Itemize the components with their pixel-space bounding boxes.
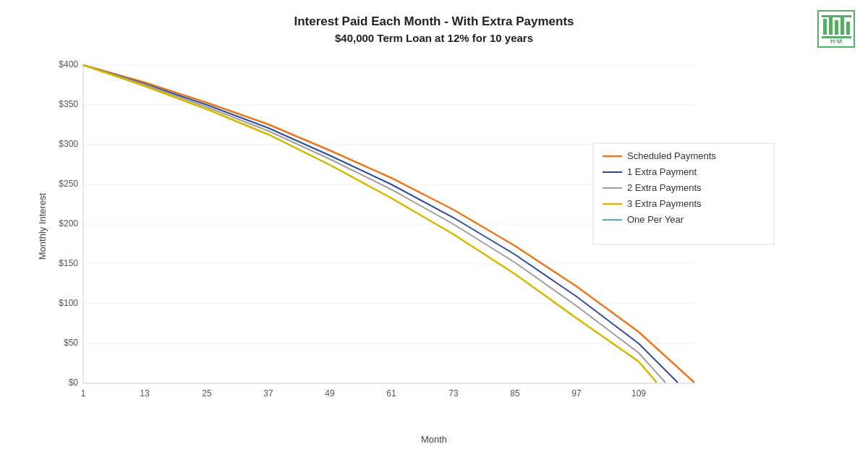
svg-text:1: 1: [81, 388, 86, 398]
svg-rect-2: [829, 16, 833, 35]
svg-text:25: 25: [202, 388, 212, 398]
svg-text:85: 85: [510, 388, 520, 398]
svg-rect-3: [835, 20, 838, 35]
svg-rect-4: [841, 17, 844, 35]
chart-title-line1: Interest Paid Each Month - With Extra Pa…: [0, 13, 868, 30]
svg-text:$400: $400: [59, 59, 78, 69]
chart-title: Interest Paid Each Month - With Extra Pa…: [0, 0, 868, 46]
svg-text:97: 97: [571, 388, 582, 398]
chart-svg: $0 $50 $100 $150 $200 $250 $300 $350 $40…: [43, 58, 825, 423]
svg-text:13: 13: [140, 388, 150, 398]
svg-text:One Per Year: One Per Year: [627, 214, 684, 225]
svg-rect-6: [822, 15, 851, 17]
svg-text:3 Extra Payments: 3 Extra Payments: [627, 198, 702, 209]
svg-text:$200: $200: [59, 218, 78, 229]
svg-text:$250: $250: [59, 179, 78, 189]
svg-text:37: 37: [263, 388, 273, 398]
chart-title-line2: $40,000 Term Loan at 12% for 10 years: [0, 30, 868, 46]
svg-rect-5: [846, 22, 850, 35]
svg-text:$50: $50: [64, 338, 78, 348]
svg-text:$300: $300: [59, 139, 78, 149]
svg-text:Scheduled Payments: Scheduled Payments: [627, 150, 716, 161]
svg-text:109: 109: [631, 388, 646, 398]
x-axis-label: Month: [421, 434, 447, 445]
svg-text:$150: $150: [59, 258, 78, 268]
svg-text:1 Extra Payment: 1 Extra Payment: [627, 166, 697, 177]
one-extra-payment-line: [83, 65, 678, 383]
svg-text:$0: $0: [69, 378, 79, 388]
chart-container: Interest Paid Each Month - With Extra Pa…: [0, 0, 868, 452]
svg-text:49: 49: [325, 388, 335, 398]
three-extra-payments-line: [83, 65, 657, 383]
two-extra-payments-line: [83, 65, 665, 383]
logo: H·M: [817, 10, 855, 48]
svg-text:H·M: H·M: [830, 38, 843, 45]
svg-text:73: 73: [448, 388, 459, 398]
svg-text:$350: $350: [59, 99, 78, 109]
svg-text:2 Extra Payments: 2 Extra Payments: [627, 182, 702, 193]
svg-text:61: 61: [386, 388, 396, 398]
svg-rect-1: [823, 19, 827, 35]
svg-text:$100: $100: [59, 298, 78, 308]
